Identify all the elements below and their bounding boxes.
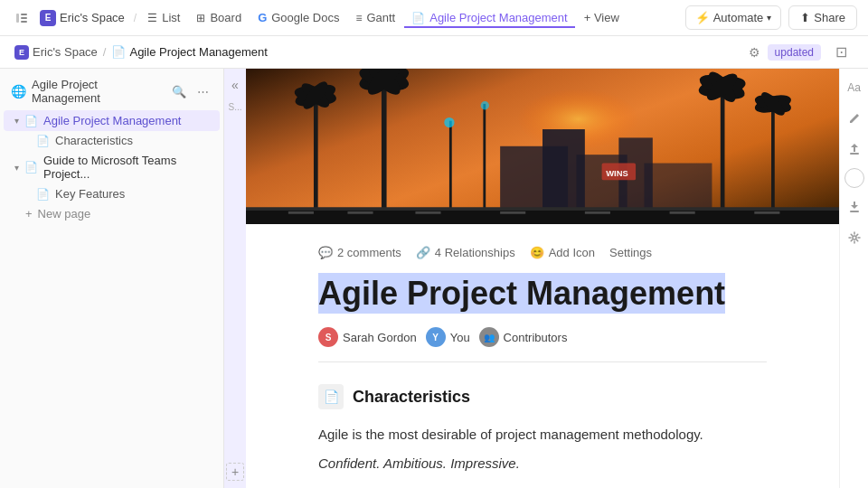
svg-rect-36	[246, 207, 839, 211]
breadcrumb: E Eric's Space / 📄 Agile Project Managem…	[0, 36, 868, 69]
settings-button[interactable]	[843, 226, 866, 249]
share-label: Share	[814, 11, 845, 24]
hero-image: WINS	[246, 69, 839, 224]
author-you[interactable]: Y You	[426, 327, 470, 347]
author-you-label: You	[450, 331, 470, 344]
svg-rect-12	[382, 79, 387, 224]
relationships-icon: 🔗	[416, 246, 430, 259]
sidebar-filter-button[interactable]: ⋯	[193, 81, 212, 101]
left-bar-collapse[interactable]: «	[226, 76, 244, 94]
settings-link[interactable]: Settings	[609, 246, 652, 259]
download-icon	[848, 201, 861, 213]
svg-rect-7	[314, 96, 318, 223]
author-sarah[interactable]: S Sarah Gordon	[318, 327, 417, 347]
svg-rect-44	[850, 153, 859, 155]
sidebar-item-guide[interactable]: ▾ 📄 Guide to Microsoft Teams Project...	[4, 150, 220, 184]
breadcrumb-separator: /	[103, 45, 107, 59]
svg-rect-40	[500, 211, 525, 214]
sidebar-item-key-features-label: Key Features	[55, 187, 125, 201]
sidebar-item-agile-label: Agile Project Management	[43, 114, 181, 127]
collapse-sidebar-button[interactable]	[11, 7, 33, 29]
hero-scene-svg: WINS	[246, 69, 839, 224]
circle-button[interactable]	[844, 168, 864, 188]
svg-rect-2	[21, 17, 27, 19]
svg-point-34	[481, 101, 489, 109]
document-title[interactable]: Agile Project Management	[318, 273, 725, 314]
breadcrumb-current[interactable]: 📄 Agile Project Management	[111, 45, 267, 59]
share-up-icon	[848, 143, 861, 155]
sidebar-page-icon-guide: 📄	[24, 161, 38, 174]
nav-left: E Eric's Space / ☰ List ⊞ Board G Google…	[11, 6, 682, 30]
svg-rect-41	[585, 211, 610, 214]
agile-icon: 📄	[411, 12, 425, 24]
svg-rect-22	[771, 104, 775, 224]
comments-button[interactable]: 💬 2 comments	[318, 246, 401, 259]
doc-body-italic: Confident. Ambitious. Impressive.	[318, 453, 767, 474]
add-view-button[interactable]: + View	[577, 7, 627, 28]
avatar-contributors: 👥	[479, 327, 499, 347]
automate-label: Automate	[713, 11, 764, 24]
right-action-bar: Aa	[839, 69, 868, 488]
document-title-wrap: Agile Project Management	[318, 274, 767, 313]
status-badge: updated	[768, 44, 821, 61]
svg-rect-17	[721, 87, 725, 224]
comments-icon: 💬	[318, 246, 333, 259]
left-bar-add-button[interactable]: +	[226, 463, 244, 481]
sidebar-toggle-agile: ▾	[14, 116, 19, 126]
svg-rect-38	[347, 211, 373, 214]
sidebar-key-features-icon: 📄	[36, 188, 50, 201]
sidebar-title: Agile Project Management	[32, 78, 169, 105]
share-button[interactable]: ⬆ Share	[788, 5, 857, 30]
font-size-button[interactable]: Aa	[843, 76, 866, 99]
svg-rect-1	[21, 14, 27, 15]
breadcrumb-workspace-label: Eric's Space	[33, 45, 98, 59]
edit-button[interactable]	[843, 107, 866, 130]
breadcrumb-workspace-icon: E	[14, 45, 29, 60]
automate-button[interactable]: ⚡ Automate ▾	[685, 5, 782, 30]
left-bar-item-s[interactable]: S...	[226, 98, 244, 116]
edit-icon	[848, 112, 861, 125]
tab-agile[interactable]: 📄 Agile Project Management	[404, 7, 574, 28]
board-icon: ⊞	[196, 12, 205, 24]
tab-google-docs[interactable]: G Google Docs	[250, 7, 346, 28]
sidebar-header-left: 🌐 Agile Project Management	[11, 78, 169, 105]
svg-rect-6	[483, 104, 486, 222]
sidebar-page-icon-agile: 📄	[24, 115, 38, 127]
settings-gear-icon: ⚙	[749, 45, 760, 60]
new-page-button[interactable]: + New page	[4, 203, 220, 224]
breadcrumb-right: ⚙ updated ⊡	[749, 40, 854, 65]
tab-board[interactable]: ⊞ Board	[189, 7, 249, 28]
author-contributors[interactable]: 👥 Contributors	[479, 327, 568, 347]
left-action-bar: « S... +	[224, 69, 246, 488]
sidebar-header-icons: 🔍 ⋯	[169, 81, 212, 101]
doc-body-text: Agile is the most desirable of project m…	[318, 424, 767, 446]
workspace-selector[interactable]: E Eric's Space	[34, 6, 130, 30]
share-up-button[interactable]	[843, 137, 866, 161]
svg-rect-43	[754, 211, 779, 214]
sidebar-item-key-features[interactable]: 📄 Key Features	[11, 184, 220, 203]
globe-icon: 🌐	[11, 84, 26, 99]
svg-rect-45	[850, 211, 859, 212]
document-meta-bar: 💬 2 comments 🔗 4 Relationships 😊 Add Ico…	[318, 246, 767, 259]
add-icon-button[interactable]: 😊 Add Icon	[530, 246, 595, 259]
relationships-button[interactable]: 🔗 4 Relationships	[416, 246, 515, 259]
avatar-you: Y	[426, 327, 446, 347]
authors-row: S Sarah Gordon Y You 👥 Contributors	[318, 327, 767, 362]
automate-chevron-icon: ▾	[767, 13, 771, 23]
sidebar-item-agile[interactable]: ▾ 📄 Agile Project Management	[4, 110, 220, 131]
svg-point-46	[853, 236, 856, 239]
layout-toggle-button[interactable]: ⊡	[828, 40, 854, 65]
sidebar-search-button[interactable]: 🔍	[169, 81, 189, 101]
tab-list[interactable]: ☰ List	[140, 7, 187, 28]
tab-gantt[interactable]: ≡ Gantt	[348, 7, 402, 28]
workspace-label: Eric's Space	[60, 11, 125, 24]
section-header: 📄 Characteristics	[318, 384, 767, 409]
sidebar-item-characteristics[interactable]: 📄 Characteristics	[11, 131, 220, 150]
add-icon-label: Add Icon	[549, 246, 595, 259]
breadcrumb-workspace[interactable]: E Eric's Space	[14, 45, 98, 60]
sidebar-header: 🌐 Agile Project Management 🔍 ⋯	[0, 69, 223, 110]
content-area: WINS 💬	[246, 69, 839, 488]
download-button[interactable]	[843, 195, 866, 219]
svg-rect-39	[415, 211, 440, 214]
section-icon: 📄	[318, 384, 344, 409]
